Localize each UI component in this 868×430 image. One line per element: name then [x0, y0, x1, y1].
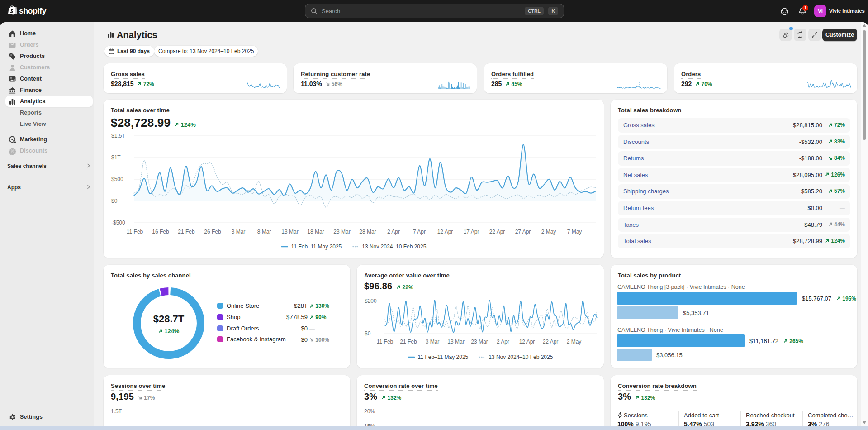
svg-text:13 Mar: 13 Mar — [281, 229, 298, 235]
svg-text:22 Apr: 22 Apr — [543, 339, 559, 345]
svg-text:11 Feb: 11 Feb — [377, 339, 394, 345]
svg-text:2 May: 2 May — [567, 339, 582, 345]
svg-text:28 Mar: 28 Mar — [359, 229, 376, 235]
svg-text:16 Feb: 16 Feb — [152, 229, 169, 235]
svg-text:12 Apr: 12 Apr — [519, 339, 535, 345]
svg-text:17 Apr: 17 Apr — [464, 229, 479, 235]
svg-text:$0: $0 — [111, 198, 118, 204]
svg-text:22 Apr: 22 Apr — [489, 229, 505, 235]
svg-text:12 Apr: 12 Apr — [437, 229, 453, 235]
svg-text:$1T: $1T — [111, 154, 121, 161]
svg-text:8 Mar: 8 Mar — [257, 229, 271, 235]
svg-text:26 Feb: 26 Feb — [204, 229, 221, 235]
svg-text:7 May: 7 May — [567, 229, 582, 235]
svg-text:$200: $200 — [365, 298, 377, 304]
svg-text:3 Mar: 3 Mar — [426, 339, 440, 345]
svg-text:2 Apr: 2 Apr — [387, 229, 400, 235]
svg-text:$28.7T: $28.7T — [153, 313, 185, 325]
svg-text:23 Mar: 23 Mar — [333, 229, 350, 235]
svg-text:shopify: shopify — [19, 6, 47, 15]
svg-text:21 Feb: 21 Feb — [400, 339, 417, 345]
svg-text:$500: $500 — [111, 176, 123, 182]
svg-text:21 Feb: 21 Feb — [178, 229, 195, 235]
svg-text:13 Mar: 13 Mar — [447, 339, 464, 345]
svg-text:18 Mar: 18 Mar — [307, 229, 324, 235]
svg-text:-$500: -$500 — [111, 220, 125, 226]
svg-text:2 May: 2 May — [541, 229, 556, 235]
svg-text:3 Mar: 3 Mar — [232, 229, 246, 235]
svg-text:$1.5T: $1.5T — [111, 133, 125, 139]
svg-text:27 Apr: 27 Apr — [515, 229, 531, 235]
svg-text:11 Feb: 11 Feb — [127, 229, 143, 235]
svg-text:2 Apr: 2 Apr — [497, 339, 509, 345]
svg-text:$0: $0 — [365, 330, 371, 337]
svg-text:23 Mar: 23 Mar — [471, 339, 488, 345]
svg-text:7 Apr: 7 Apr — [413, 229, 426, 235]
